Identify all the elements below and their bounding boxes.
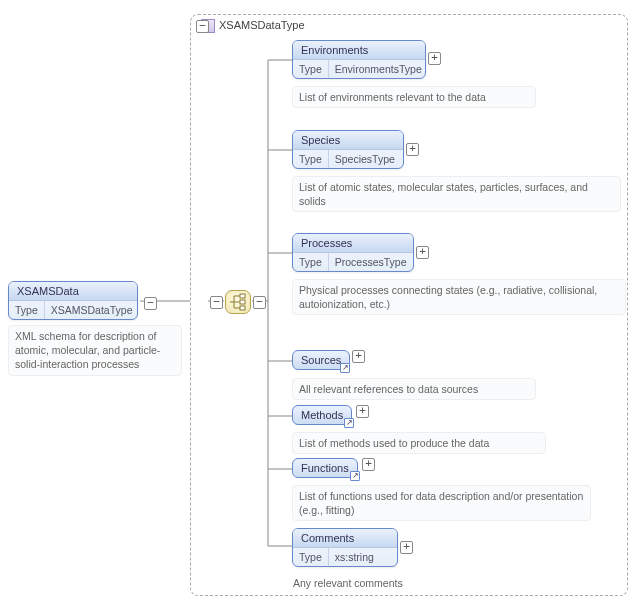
- root-toggle[interactable]: −: [144, 297, 157, 310]
- child-comments-desc: Any relevant comments: [292, 572, 464, 594]
- child-sources-desc: All relevant references to data sources: [292, 378, 536, 400]
- svg-rect-16: [240, 294, 245, 298]
- compositor-left-toggle[interactable]: −: [210, 296, 223, 309]
- child-processes-type-label: Type: [293, 253, 329, 271]
- child-processes-type-value: ProcessesType: [329, 253, 413, 271]
- child-functions-node[interactable]: Functions: [292, 458, 358, 478]
- child-comments-expand[interactable]: +: [400, 541, 413, 554]
- child-sources-expand[interactable]: +: [352, 350, 365, 363]
- child-methods-ref-icon: ↗: [344, 418, 354, 428]
- root-type-label: Type: [9, 301, 45, 319]
- svg-rect-18: [240, 306, 245, 310]
- root-type-value: XSAMSDataType: [45, 301, 138, 319]
- child-functions-desc: List of functions used for data descript…: [292, 485, 591, 521]
- child-environments-expand[interactable]: +: [428, 52, 441, 65]
- child-environments-desc: List of environments relevant to the dat…: [292, 86, 536, 108]
- svg-rect-17: [240, 300, 245, 304]
- child-processes-name: Processes: [293, 234, 413, 253]
- child-species-node[interactable]: Species Type SpeciesType: [292, 130, 404, 169]
- child-comments-node[interactable]: Comments Type xs:string: [292, 528, 398, 567]
- child-processes-node[interactable]: Processes Type ProcessesType: [292, 233, 414, 272]
- child-species-expand[interactable]: +: [406, 143, 419, 156]
- compositor-right-toggle[interactable]: −: [253, 296, 266, 309]
- root-description: XML schema for description of atomic, mo…: [8, 325, 182, 376]
- child-species-name: Species: [293, 131, 403, 150]
- child-functions-name: Functions: [301, 462, 349, 474]
- child-functions-expand[interactable]: +: [362, 458, 375, 471]
- sequence-compositor[interactable]: [225, 290, 251, 314]
- child-environments-node[interactable]: Environments Type EnvironmentsType: [292, 40, 426, 79]
- child-species-type-label: Type: [293, 150, 329, 168]
- root-element-node[interactable]: XSAMSData Type XSAMSDataType: [8, 281, 138, 320]
- child-species-type-value: SpeciesType: [329, 150, 401, 168]
- child-sources-name: Sources: [301, 354, 341, 366]
- child-functions-ref-icon: ↗: [350, 471, 360, 481]
- child-species-desc: List of atomic states, molecular states,…: [292, 176, 621, 212]
- child-environments-type-value: EnvironmentsType: [329, 60, 426, 78]
- child-comments-type-value: xs:string: [329, 548, 380, 566]
- child-methods-desc: List of methods used to produce the data: [292, 432, 546, 454]
- child-environments-name: Environments: [293, 41, 425, 60]
- group-toggle[interactable]: −: [196, 20, 209, 33]
- child-sources-ref-icon: ↗: [340, 363, 350, 373]
- complextype-label: XSAMSDataType: [219, 19, 305, 31]
- child-methods-name: Methods: [301, 409, 343, 421]
- child-comments-type-label: Type: [293, 548, 329, 566]
- child-comments-name: Comments: [293, 529, 397, 548]
- root-element-name: XSAMSData: [9, 282, 137, 301]
- child-environments-type-label: Type: [293, 60, 329, 78]
- child-processes-desc: Physical processes connecting states (e.…: [292, 279, 626, 315]
- child-processes-expand[interactable]: +: [416, 246, 429, 259]
- child-methods-expand[interactable]: +: [356, 405, 369, 418]
